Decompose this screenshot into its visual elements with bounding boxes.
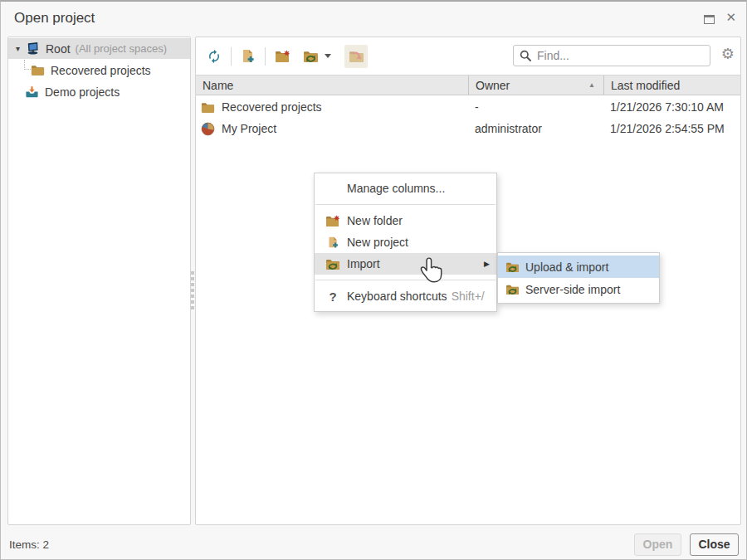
menu-separator	[315, 280, 496, 280]
new-project-button[interactable]	[237, 45, 260, 68]
tree-item-suffix: (All project spaces)	[76, 42, 168, 55]
menu-separator	[315, 204, 496, 205]
submenu-item-server-side-import[interactable]: Server-side import	[498, 278, 659, 300]
dialog-title: Open project	[14, 10, 95, 27]
project-icon	[201, 122, 215, 136]
toolbar: ⚙	[196, 37, 740, 75]
gear-icon[interactable]: ⚙	[721, 46, 735, 61]
row-last-modified: 1/21/2026 7:30:10 AM	[603, 96, 740, 118]
row-last-modified: 1/21/2026 2:54:55 PM	[603, 118, 740, 139]
submenu-item-upload-import[interactable]: Upload & import	[498, 256, 659, 278]
submenu-arrow-icon: ▶	[484, 260, 490, 268]
shortcut-hint: Shift+/	[452, 290, 485, 303]
refresh-icon	[207, 49, 222, 64]
expand-caret-icon[interactable]: ▾	[16, 44, 26, 53]
column-header-owner[interactable]: Owner ▲	[468, 75, 603, 95]
items-count: Items: 2	[9, 538, 49, 551]
new-folder-icon	[325, 215, 340, 227]
menu-item-keyboard-shortcuts[interactable]: ? Keyboard shortcuts Shift+/	[315, 285, 496, 307]
tree-item-label: Root	[46, 42, 71, 56]
row-name: Recovered projects	[222, 100, 322, 114]
column-header-name[interactable]: Name	[196, 75, 468, 95]
table-row[interactable]: My Project administrator 1/21/2026 2:54:…	[196, 118, 740, 139]
chevron-down-icon	[325, 54, 331, 58]
import-icon	[349, 50, 364, 63]
find-input[interactable]	[513, 45, 710, 66]
open-folder-dropdown-button[interactable]	[299, 45, 331, 68]
row-owner: administrator	[468, 118, 603, 139]
toolbar-separator	[231, 47, 232, 66]
maximize-icon[interactable]	[704, 15, 715, 24]
folder-import-icon	[325, 258, 340, 270]
row-owner: -	[468, 96, 603, 118]
new-folder-button[interactable]	[271, 45, 294, 68]
folder-import-icon	[505, 261, 520, 273]
column-header-last-modified[interactable]: Last modified	[603, 75, 740, 95]
tree-item-demo-projects[interactable]: Demo projects	[8, 81, 190, 102]
tree-item-root[interactable]: ▾ Root (All project spaces)	[8, 38, 190, 59]
open-folder-icon	[303, 50, 319, 63]
folder-icon	[31, 63, 45, 77]
tree-item-label: Recovered projects	[51, 64, 151, 77]
context-menu: Manage columns... New folder	[314, 173, 497, 312]
cursor-hand-icon	[419, 256, 444, 285]
menu-item-new-project[interactable]: New project	[315, 231, 496, 253]
folder-icon	[201, 100, 215, 114]
row-name: My Project	[222, 122, 276, 135]
open-project-dialog: Open project ✕ ▾ Root (All project space…	[0, 0, 747, 560]
open-button[interactable]: Open	[634, 533, 681, 556]
tree-item-recovered-projects[interactable]: Recovered projects	[8, 60, 190, 80]
close-icon[interactable]: ✕	[725, 11, 736, 23]
find-box	[513, 45, 710, 66]
folder-import-icon	[505, 284, 520, 295]
tree-item-label: Demo projects	[45, 85, 120, 99]
import-submenu: Upload & import Server-side import	[497, 252, 660, 304]
toolbar-separator	[265, 47, 266, 66]
table-row[interactable]: Recovered projects - 1/21/2026 7:30:10 A…	[196, 96, 740, 118]
new-project-icon	[241, 49, 256, 64]
refresh-button[interactable]	[203, 45, 226, 68]
search-icon	[520, 50, 531, 61]
demo-import-icon	[25, 85, 39, 99]
import-button[interactable]	[344, 45, 368, 68]
table-header: Name Owner ▲ Last modified	[196, 75, 740, 95]
menu-item-import[interactable]: Import ▶	[315, 253, 496, 275]
menu-item-manage-columns[interactable]: Manage columns...	[315, 178, 496, 199]
panel-splitter[interactable]	[190, 271, 194, 309]
close-button[interactable]: Close	[690, 533, 739, 556]
menu-item-new-folder[interactable]: New folder	[315, 210, 496, 231]
new-folder-icon	[275, 50, 290, 63]
new-project-icon	[327, 236, 339, 249]
question-mark-icon: ?	[329, 290, 336, 304]
root-spaces-icon	[26, 41, 40, 56]
sort-ascending-icon: ▲	[588, 81, 595, 89]
project-tree-panel: ▾ Root (All project spaces) Recovered pr…	[7, 37, 191, 525]
